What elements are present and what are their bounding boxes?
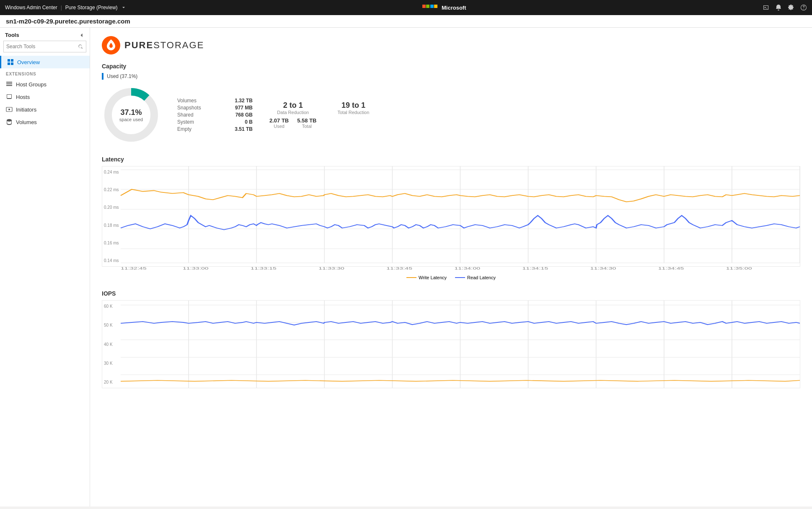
y-label-018: 0.18 ms [104, 223, 119, 228]
y-label-020: 0.20 ms [104, 205, 119, 210]
y-label-024: 0.24 ms [104, 170, 119, 174]
write-latency-legend: Write Latency [406, 275, 447, 280]
overview-label: Overview [17, 59, 40, 65]
search-box[interactable] [3, 41, 86, 52]
donut-percentage: 37.1% [119, 108, 143, 117]
read-latency-legend: Read Latency [455, 275, 496, 280]
write-latency-label: Write Latency [419, 275, 447, 280]
sidebar-item-overview[interactable]: Overview [0, 56, 90, 68]
connection-name: Pure Storage (Preview) [65, 5, 118, 10]
data-reduction-total: 5.58 TB Total [297, 117, 316, 129]
capacity-stats: Volumes 1.32 TB Snapshots 977 MB Shared … [177, 98, 253, 132]
topbar-right [763, 4, 807, 11]
sidebar-header: Tools [0, 28, 90, 41]
x-label-9: 11:35:00 [726, 266, 752, 270]
x-label-5: 11:34:00 [454, 266, 480, 270]
iops-chart-section: IOPS 60 K 50 K 40 K 30 K 20 K [102, 290, 800, 388]
svg-point-2 [102, 36, 120, 55]
content-area: PURESTORAGE Capacity Used (37.1%) [90, 28, 812, 506]
iops-y-50k: 50 K [104, 323, 113, 327]
stat-row-shared: Shared 768 GB [177, 112, 253, 118]
overview-icon [7, 59, 14, 65]
latency-svg: 11:32:45 11:33:00 11:33:15 11:33:30 11:3… [121, 166, 800, 266]
donut-chart: 37.1% space used [102, 86, 160, 144]
data-reduction-subtitle: Data Reduction [269, 110, 317, 115]
initiators-label: Initiators [16, 106, 36, 113]
svg-point-1 [8, 109, 10, 110]
total-reduction-block: 19 to 1 Total Reduction [338, 101, 370, 129]
bell-icon[interactable] [775, 4, 782, 11]
iops-chart-area: 60 K 50 K 40 K 30 K 20 K [102, 300, 800, 388]
question-icon[interactable] [800, 4, 807, 11]
volumes-icon [6, 119, 13, 125]
capacity-used-label: Used (37.1%) [107, 73, 137, 79]
collapse-icon[interactable] [79, 32, 85, 38]
volumes-label: Volumes [16, 119, 37, 125]
stat-label-shared: Shared [177, 112, 194, 118]
topbar-center: Microsoft [422, 5, 466, 11]
app-name: Windows Admin Center [5, 5, 57, 10]
server-bar: sn1-m20-c09-29.puretec.purestorage.com [0, 15, 812, 28]
main-layout: Tools Overview EXTENSIONS Host Groups Ho… [0, 28, 812, 506]
sidebar-item-initiators[interactable]: Initiators [0, 103, 90, 116]
sidebar-item-hosts[interactable]: Hosts [0, 91, 90, 103]
total-reduction-subtitle: Total Reduction [338, 110, 370, 115]
capacity-row: 37.1% space used Volumes 1.32 TB Snapsho… [102, 86, 800, 144]
dr-total-val: 5.58 TB [297, 117, 316, 124]
x-label-1: 11:33:00 [183, 266, 209, 270]
donut-label: 37.1% space used [119, 108, 143, 122]
sidebar-item-volumes[interactable]: Volumes [0, 116, 90, 128]
data-reduction-ratio: 2 to 1 [269, 101, 317, 110]
dr-total-label: Total [297, 124, 316, 129]
capacity-indicator [102, 73, 103, 80]
capacity-bar-line: Used (37.1%) [102, 73, 800, 80]
total-reduction-ratio: 19 to 1 [338, 101, 370, 110]
x-label-7: 11:34:30 [590, 266, 616, 270]
read-latency-dot [455, 277, 465, 278]
sidebar-item-host-groups[interactable]: Host Groups [0, 78, 90, 91]
data-reduction-used: 2.07 TB Used [269, 117, 289, 129]
write-latency-dot [406, 277, 416, 278]
stat-row-empty: Empty 3.51 TB [177, 126, 253, 132]
purestorage-name: PURESTORAGE [124, 40, 204, 51]
dr-used-label: Used [269, 124, 289, 129]
x-label-0: 11:32:45 [121, 266, 147, 270]
stat-value-empty: 3.51 TB [235, 126, 253, 132]
chevron-down-icon[interactable] [121, 5, 126, 10]
dr-used-val: 2.07 TB [269, 117, 289, 124]
ms-label: Microsoft [442, 5, 466, 11]
topbar-left: Windows Admin Center | Pure Storage (Pre… [5, 5, 126, 10]
hosts-label: Hosts [16, 94, 30, 100]
terminal-icon[interactable] [763, 4, 769, 11]
stat-label-system: System [177, 119, 194, 125]
stat-value-shared: 768 GB [235, 112, 253, 118]
reduction-stats: 2 to 1 Data Reduction 2.07 TB Used 5.58 … [269, 101, 369, 129]
host-groups-icon [6, 81, 13, 88]
topbar-separator: | [61, 5, 62, 10]
iops-svg [121, 301, 800, 388]
iops-y-40k: 40 K [104, 342, 113, 347]
iops-y-60k: 60 K [104, 304, 113, 309]
latency-legend: Write Latency Read Latency [102, 275, 800, 280]
y-label-022: 0.22 ms [104, 187, 119, 192]
stat-row-volumes: Volumes 1.32 TB [177, 98, 253, 104]
iops-y-30k: 30 K [104, 361, 113, 366]
microsoft-logo [422, 5, 437, 11]
x-label-6: 11:34:15 [522, 266, 548, 270]
logo-part1: PURE [124, 40, 153, 50]
search-input[interactable] [6, 44, 78, 49]
stat-row-system: System 0 B [177, 119, 253, 125]
capacity-title: Capacity [102, 63, 800, 70]
x-label-8: 11:34:45 [658, 266, 684, 270]
host-groups-label: Host Groups [16, 81, 47, 88]
iops-y-20k: 20 K [104, 380, 113, 384]
stat-value-snapshots: 977 MB [235, 105, 253, 111]
topbar: Windows Admin Center | Pure Storage (Pre… [0, 0, 812, 15]
purestorage-logo: PURESTORAGE [102, 36, 800, 55]
latency-chart-area: 0.24 ms 0.22 ms 0.20 ms 0.18 ms 0.16 ms … [102, 166, 800, 267]
stat-value-system: 0 B [245, 119, 253, 125]
gear-icon[interactable] [788, 4, 794, 11]
x-label-3: 11:33:30 [318, 266, 344, 270]
data-reduction-block: 2 to 1 Data Reduction 2.07 TB Used 5.58 … [269, 101, 317, 129]
tools-label: Tools [5, 32, 19, 38]
